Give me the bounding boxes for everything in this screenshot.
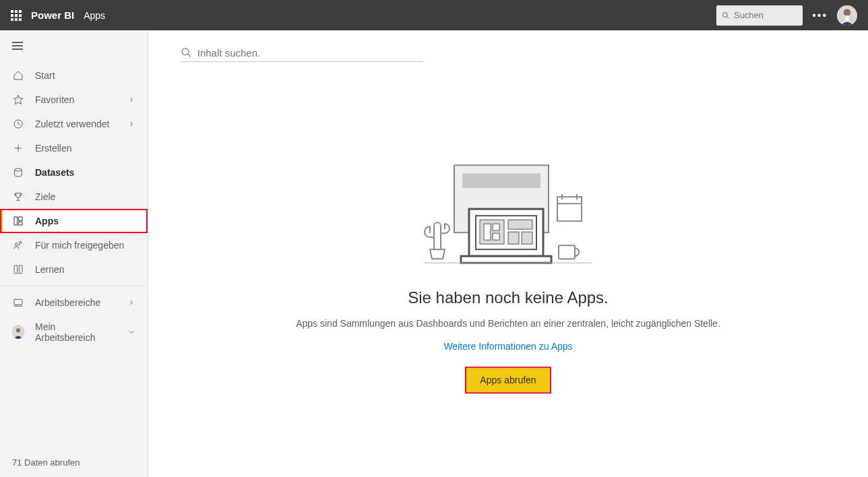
svg-rect-24 [462, 173, 540, 188]
sidebar-item-start[interactable]: Start [0, 63, 148, 88]
sidebar-item-label: Mein Arbeitsbereich [35, 321, 117, 343]
sidebar: Start Favoriten Zuletzt verwendet [0, 30, 148, 477]
svg-line-22 [187, 54, 190, 57]
svg-rect-4 [846, 15, 849, 21]
global-search-input[interactable] [734, 10, 797, 20]
app-header: Power BI Apps ••• [0, 0, 868, 30]
sidebar-item-label: Start [35, 70, 55, 81]
svg-point-15 [15, 243, 18, 246]
sidebar-item-label: Ziele [35, 191, 55, 202]
chevron-right-icon [127, 298, 135, 307]
svg-rect-32 [480, 220, 504, 244]
svg-rect-36 [508, 220, 532, 229]
svg-point-3 [844, 9, 851, 16]
sidebar-item-label: Apps [35, 216, 59, 226]
content-search-input[interactable] [197, 47, 423, 59]
more-menu-button[interactable]: ••• [812, 9, 828, 22]
svg-rect-17 [14, 299, 22, 305]
svg-point-0 [723, 12, 728, 17]
header-left: Power BI Apps [11, 9, 105, 21]
sidebar-item-datasets[interactable]: Datasets [0, 160, 148, 185]
hamburger-icon [12, 40, 23, 52]
chevron-down-icon [127, 328, 135, 336]
search-icon [181, 46, 192, 59]
sidebar-item-label: Datasets [35, 167, 74, 178]
workspaces-icon [12, 297, 24, 308]
svg-point-16 [20, 241, 22, 243]
svg-point-9 [15, 168, 22, 171]
svg-rect-14 [19, 222, 22, 225]
sidebar-item-freigegeben[interactable]: Für mich freigegeben [0, 233, 148, 257]
book-icon [12, 264, 24, 275]
hamburger-button[interactable] [0, 30, 148, 63]
svg-marker-5 [13, 95, 22, 104]
chevron-right-icon [127, 120, 135, 128]
sidebar-item-label: Für mich freigegeben [35, 240, 124, 251]
empty-state: Sie haben noch keine Apps. Apps sind Sam… [272, 162, 744, 392]
main-content: Sie haben noch keine Apps. Apps sind Sam… [148, 30, 868, 477]
search-icon [722, 11, 730, 20]
sidebar-item-zuletzt[interactable]: Zuletzt verwendet [0, 112, 148, 136]
svg-point-20 [16, 328, 20, 332]
sidebar-item-label: Arbeitsbereiche [35, 297, 100, 308]
svg-rect-33 [484, 224, 491, 240]
nav-list: Start Favoriten Zuletzt verwendet [0, 63, 148, 448]
svg-rect-34 [493, 224, 499, 230]
empty-description: Apps sind Sammlungen aus Dashboards und … [272, 318, 744, 329]
home-icon [12, 70, 24, 81]
sidebar-item-label: Lernen [35, 264, 65, 275]
svg-line-1 [727, 16, 729, 18]
sidebar-item-favoriten[interactable]: Favoriten [0, 88, 148, 112]
get-apps-button[interactable]: Apps abrufen [466, 368, 549, 392]
svg-rect-29 [559, 245, 575, 259]
sidebar-item-lernen[interactable]: Lernen [0, 257, 148, 282]
sidebar-item-apps[interactable]: Apps [0, 209, 148, 233]
brand-label: Power BI [31, 9, 74, 21]
waffle-icon[interactable] [11, 10, 22, 21]
star-icon [12, 94, 24, 105]
sidebar-item-label: Zuletzt verwendet [35, 119, 110, 129]
svg-rect-38 [522, 232, 532, 244]
user-avatar-icon [12, 325, 24, 339]
share-icon [12, 240, 24, 251]
header-right: ••• [716, 5, 857, 26]
svg-rect-39 [461, 256, 551, 263]
trophy-icon [12, 191, 24, 202]
empty-illustration [414, 162, 602, 269]
sidebar-item-label: Favoriten [35, 94, 74, 105]
sidebar-item-erstellen[interactable]: Erstellen [0, 136, 148, 160]
database-icon [12, 167, 24, 178]
plus-icon [12, 143, 24, 154]
svg-rect-37 [508, 232, 519, 244]
apps-icon [12, 216, 24, 226]
context-label: Apps [84, 10, 105, 21]
empty-learn-more-link[interactable]: Weitere Informationen zu Apps [443, 341, 572, 352]
svg-rect-12 [14, 217, 18, 225]
sidebar-item-arbeitsbereiche[interactable]: Arbeitsbereiche [0, 290, 148, 315]
svg-rect-13 [19, 217, 22, 220]
global-search[interactable] [716, 5, 803, 26]
nav-separator [0, 286, 148, 286]
content-search[interactable] [181, 46, 423, 62]
svg-point-21 [182, 49, 189, 55]
empty-title: Sie haben noch keine Apps. [272, 288, 744, 307]
sidebar-item-label: Erstellen [35, 143, 71, 154]
chevron-right-icon [127, 96, 135, 104]
clock-icon [12, 119, 24, 129]
sidebar-item-mein-arbeitsbereich[interactable]: Mein Arbeitsbereich [0, 315, 148, 350]
sidebar-footer[interactable]: 71 Daten abrufen [0, 448, 148, 477]
svg-rect-35 [493, 233, 499, 240]
sidebar-item-ziele[interactable]: Ziele [0, 185, 148, 209]
user-avatar[interactable] [837, 5, 857, 26]
svg-rect-25 [557, 197, 582, 221]
